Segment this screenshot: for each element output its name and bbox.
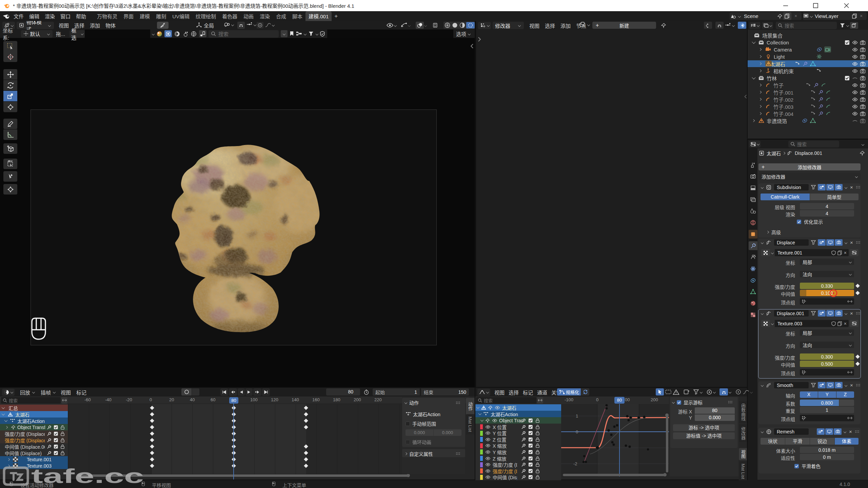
svg-text:tafe.cc: tafe.cc (31, 466, 144, 487)
